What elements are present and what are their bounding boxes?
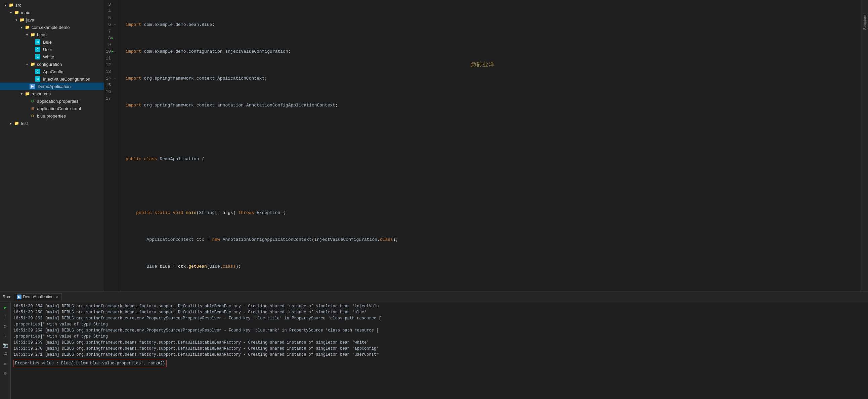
code-line-12: Blue blue = ctx.getBean(Blue.class); bbox=[126, 263, 861, 270]
tree-item-app-properties[interactable]: ⚙ application.properties bbox=[0, 97, 104, 105]
settings-button[interactable]: ⚙ bbox=[1, 322, 9, 330]
arrow-package bbox=[19, 26, 24, 29]
console-line-9: 16:51:39.271 [main] DEBUG org.springfram… bbox=[13, 351, 865, 358]
run-tab-bar: Run: ▶ DemoApplication ✕ bbox=[0, 292, 868, 302]
tree-item-blue[interactable]: C Blue bbox=[0, 38, 104, 46]
label-java: java bbox=[26, 18, 34, 23]
arrow-resources bbox=[19, 92, 24, 96]
label-src: src bbox=[16, 3, 21, 8]
code-line-5: import org.springframework.context.Appli… bbox=[126, 75, 861, 82]
tree-item-main[interactable]: 📁 main bbox=[0, 9, 104, 16]
tree-item-blue-properties[interactable]: ⚙ blue.properties bbox=[0, 112, 104, 120]
label-appconfig: AppConfig bbox=[43, 69, 63, 74]
snapshot-button[interactable]: 📷 bbox=[1, 341, 9, 349]
run-label: Run: bbox=[3, 295, 11, 299]
tree-item-white[interactable]: C White bbox=[0, 53, 104, 60]
console-line-7: 16:51:39.269 [main] DEBUG org.springfram… bbox=[13, 340, 865, 346]
java-class-icon-blue: C bbox=[35, 39, 40, 45]
tree-item-resources[interactable]: 📁 resources bbox=[0, 90, 104, 97]
label-resources: resources bbox=[32, 91, 51, 96]
code-line-3: import com.example.demo.bean.Blue; bbox=[126, 22, 861, 28]
code-line-8: public class DemoApplication { bbox=[126, 156, 861, 162]
folder-icon-src: 📁 bbox=[8, 2, 14, 8]
label-test: test bbox=[21, 121, 28, 126]
java-main-icon-demoapplication: ▶ bbox=[30, 84, 35, 89]
run-tab-demoapplication[interactable]: ▶ DemoApplication ✕ bbox=[14, 293, 62, 301]
console-line-4: .properties]' with value of type String bbox=[13, 321, 865, 328]
tree-item-configuration[interactable]: 📁 configuration bbox=[0, 60, 104, 68]
label-blue: Blue bbox=[43, 40, 52, 45]
tree-item-package[interactable]: 📁 com.example.demo bbox=[0, 24, 104, 31]
print-button[interactable]: 🖨 bbox=[1, 350, 9, 358]
label-bean: bean bbox=[37, 32, 47, 37]
code-line-6: import org.springframework.context.annot… bbox=[126, 102, 861, 109]
code-editor: @砖业洋 3 4 bbox=[104, 0, 861, 291]
java-class-icon-user: C bbox=[35, 47, 40, 52]
folder-icon-main: 📁 bbox=[13, 9, 20, 16]
arrow-main bbox=[8, 11, 13, 14]
tree-item-injectvalue[interactable]: C InjectValueConfiguration bbox=[0, 75, 104, 83]
label-main: main bbox=[21, 10, 30, 15]
tree-item-bean[interactable]: 📁 bean bbox=[0, 31, 104, 38]
code-line-9 bbox=[126, 183, 861, 189]
line-numbers: 3 4 5 bbox=[104, 0, 120, 291]
arrow-test bbox=[8, 122, 13, 125]
code-line-10: public static void main(String[] args) t… bbox=[126, 210, 861, 216]
folder-icon-test: 📁 bbox=[13, 120, 20, 126]
label-app-properties: application.properties bbox=[37, 99, 79, 104]
arrow-configuration bbox=[24, 62, 30, 66]
code-line-4: import com.example.demo.configuration.In… bbox=[126, 49, 861, 55]
tree-item-appconfig[interactable]: C AppConfig bbox=[0, 68, 104, 75]
code-line-13: System.out.println("Properties value : "… bbox=[126, 290, 861, 291]
tree-item-user[interactable]: C User bbox=[0, 46, 104, 53]
label-user: User bbox=[43, 47, 52, 52]
console-line-5: 16:51:39.264 [main] DEBUG org.springfram… bbox=[13, 328, 865, 334]
console-line-3: 16:51:39.262 [main] DEBUG org.springfram… bbox=[13, 315, 865, 321]
bottom-panel: Run: ▶ DemoApplication ✕ ▶ ↑ ⚙ ↓ 📷 🖨 ⊗ ⊕… bbox=[0, 291, 868, 399]
tree-item-appctx-xml[interactable]: ⊞ applicationContext.xml bbox=[0, 105, 104, 112]
arrow-src bbox=[3, 3, 8, 7]
clear-button[interactable]: ⊗ bbox=[1, 360, 9, 368]
structure-panel: Structure bbox=[861, 0, 868, 291]
label-white: White bbox=[43, 54, 54, 59]
tree-item-src[interactable]: 📁 src bbox=[0, 1, 104, 9]
properties-icon-app: ⚙ bbox=[30, 98, 36, 104]
code-content: import com.example.demo.bean.Blue; impor… bbox=[120, 0, 861, 291]
java-class-icon-injectvalue: C bbox=[35, 76, 40, 82]
tree-item-test[interactable]: 📁 test bbox=[0, 120, 104, 127]
console-line-1: 16:51:39.254 [main] DEBUG org.springfram… bbox=[13, 303, 865, 309]
folder-icon-bean: 📁 bbox=[30, 32, 36, 38]
label-package: com.example.demo bbox=[32, 25, 69, 30]
console-sidebar: ▶ ↑ ⚙ ↓ 📷 🖨 ⊗ ⊕ bbox=[0, 302, 11, 399]
scroll-down-button[interactable]: ↓ bbox=[1, 332, 9, 340]
console-result-container: Properties value : Blue{title='blue-valu… bbox=[13, 359, 865, 367]
console-line-8: 16:51:39.270 [main] DEBUG org.springfram… bbox=[13, 346, 865, 351]
step-button[interactable]: ⊕ bbox=[1, 369, 9, 377]
label-demoapplication: DemoApplication bbox=[38, 84, 70, 89]
code-line-11: ApplicationContext ctx = new AnnotationC… bbox=[126, 237, 861, 243]
label-appctx-xml: applicationContext.xml bbox=[37, 106, 81, 111]
tree-item-demoapplication[interactable]: ▶ DemoApplication bbox=[0, 83, 104, 90]
folder-icon-package: 📁 bbox=[24, 24, 30, 30]
run-button[interactable]: ▶ bbox=[1, 303, 9, 311]
folder-icon-configuration: 📁 bbox=[30, 61, 36, 67]
properties-icon-blue: ⚙ bbox=[30, 113, 36, 119]
scroll-up-button[interactable]: ↑ bbox=[1, 313, 9, 321]
label-blue-properties: blue.properties bbox=[37, 114, 66, 119]
label-configuration: configuration bbox=[37, 62, 62, 67]
folder-icon-java: 📁 bbox=[19, 17, 25, 23]
xml-icon-appctx: ⊞ bbox=[30, 105, 36, 112]
run-tab-icon: ▶ bbox=[17, 295, 22, 299]
tree-item-java[interactable]: 📁 java bbox=[0, 16, 104, 24]
console-line-6: .properties]' with value of type String bbox=[13, 334, 865, 340]
run-tab-close[interactable]: ✕ bbox=[55, 295, 59, 299]
java-class-icon-appconfig: C bbox=[35, 69, 40, 74]
run-tab-label: DemoApplication bbox=[23, 295, 54, 299]
code-line-7 bbox=[126, 129, 861, 136]
console-result-line: Properties value : Blue{title='blue-valu… bbox=[13, 360, 166, 367]
java-class-icon-white: C bbox=[35, 54, 40, 59]
label-injectvalue: InjectValueConfiguration bbox=[43, 76, 90, 82]
console-area: ▶ ↑ ⚙ ↓ 📷 🖨 ⊗ ⊕ 16:51:39.254 [main] DEBU… bbox=[0, 302, 868, 399]
structure-label: Structure bbox=[863, 15, 867, 30]
file-tree: 📁 src 📁 main 📁 java 📁 com.example.demo 📁… bbox=[0, 0, 104, 291]
